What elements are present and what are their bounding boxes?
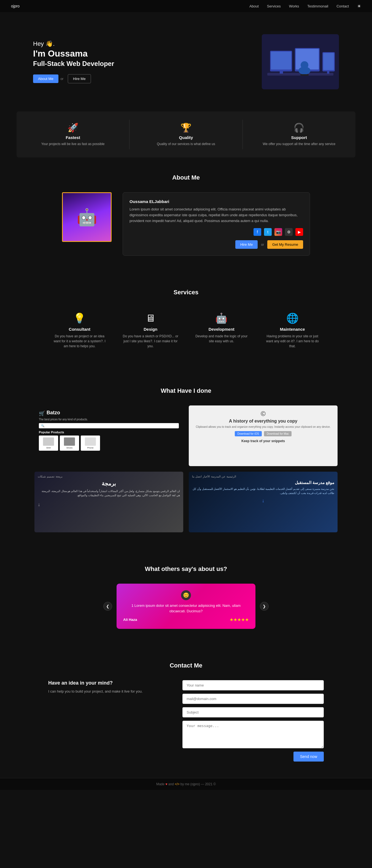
work-arabic-prog[interactable]: برمجةتصميمشبكات برمجة ان العالم الرقمي ي…	[34, 472, 183, 532]
feature-fastest: 🚀 Fastest Your projects will be live as …	[16, 120, 130, 149]
works-grid: 🛒 Batzo The best prices for any kind of …	[34, 405, 338, 532]
about-avatar: 🤖	[63, 193, 111, 241]
about-bio: Lorem ipsum dolor sit amet consectetur a…	[130, 207, 303, 224]
footer-made: Made	[156, 782, 165, 786]
quality-title: Quality	[138, 135, 234, 140]
nav-links: About Services Works Testimmonail Contac…	[249, 4, 361, 9]
contact-section: Contact Me Have an idea in your mind? I …	[0, 645, 372, 778]
facebook-icon[interactable]: f	[253, 228, 261, 236]
svg-rect-10	[327, 71, 329, 74]
testimonials-section: What others say's about us? ❮ 😊 1 Lorem …	[0, 549, 372, 645]
work-batzo[interactable]: 🛒 Batzo The best prices for any kind of …	[34, 405, 183, 466]
email-input[interactable]	[182, 694, 324, 704]
development-desc: Develop and made the logic of your site …	[193, 334, 250, 344]
download-ios-button[interactable]: Download for iOS	[235, 431, 262, 436]
instagram-icon[interactable]: 📷	[274, 228, 282, 236]
contact-headline: Have an idea in your mind?	[48, 680, 166, 686]
svg-point-12	[301, 61, 308, 69]
nav-works[interactable]: Works	[289, 4, 299, 8]
design-icon: 🖥	[122, 312, 179, 324]
nav-testimonials[interactable]: Testimmonail	[307, 4, 328, 8]
footer-by: by me (ojpro) ---	[180, 782, 205, 786]
services-section: Services 💡 Consultant Do you have an pro…	[0, 272, 372, 371]
hero-illustration	[262, 34, 339, 89]
services-title: Services	[22, 289, 350, 296]
hero-greeting: Hey 👋.	[33, 40, 114, 48]
footer-code: </>	[175, 782, 179, 786]
features-strip: 🚀 Fastest Your projects will be live as …	[16, 112, 356, 157]
hero-or: or	[61, 77, 64, 81]
contact-inner: Have an idea in your mind? I can help yo…	[48, 680, 324, 762]
download-mac-button[interactable]: Download for Mac	[264, 431, 292, 436]
hire-me-button[interactable]: Hire Me	[68, 74, 91, 83]
work-clipboard[interactable]: © A history of everything you copy Clipb…	[189, 405, 338, 466]
testimonials-inner: ❮ 😊 1 Lorem ipsum dolor sit amet consect…	[103, 584, 269, 629]
fastest-title: Fastest	[25, 135, 121, 140]
hero-actions: About Me or Hire Me	[33, 74, 114, 83]
send-button[interactable]: Send now	[294, 752, 324, 762]
svg-rect-13	[300, 74, 309, 75]
testimonial-prev-button[interactable]: ❮	[103, 602, 112, 611]
about-section: About Me 🤖 Oussama ELJabbari Lorem ipsum…	[0, 157, 372, 272]
works-title: What Have I done	[22, 387, 350, 395]
clipboard-keep: Keep track of your snippets	[193, 439, 333, 443]
about-me-button[interactable]: About Me	[33, 74, 59, 83]
svg-rect-3	[271, 52, 291, 69]
clipboard-buttons: Download for iOS Download for Mac	[193, 431, 333, 436]
testimonial-card: 😊 1 Lorem ipsum dolor sit amet consectet…	[116, 584, 256, 629]
about-card: Oussama ELJabbari Lorem ipsum dolor sit …	[123, 192, 310, 256]
hire-me-about-button[interactable]: Hire Me	[235, 240, 258, 249]
design-desc: Do you have a sketch or PSD/XD... or jus…	[122, 334, 179, 349]
clipboard-desc: Clipboard allows you to track and organi…	[193, 425, 333, 428]
get-resume-button[interactable]: Get My Resume	[267, 240, 303, 249]
consultant-desc: Do you have an project or an idea want f…	[51, 334, 108, 349]
support-title: Support	[251, 135, 347, 140]
design-name: Design	[122, 327, 179, 332]
footer-and: and	[168, 782, 175, 786]
development-name: Development	[193, 327, 250, 332]
nav-about[interactable]: About	[249, 4, 259, 8]
fastest-desc: Your projects will be live as fast as po…	[25, 142, 121, 147]
footer: Made ♥ and </> by me (ojpro) --- 2021 ©	[0, 778, 372, 790]
testimonial-avatar: 😊	[181, 590, 191, 600]
maintenance-desc: Having problems in your site or just wan…	[264, 334, 321, 349]
hero-section: Hey 👋. I'm Oussama Full-Stack Web Develo…	[0, 12, 372, 112]
service-maintenance: 🌐 Maintenance Having problems in your si…	[261, 307, 324, 354]
contact-title: Contact Me	[22, 662, 350, 669]
nav-logo[interactable]: ojpro	[11, 4, 20, 8]
works-section: What Have I done 🛒 Batzo The best prices…	[0, 371, 372, 549]
service-development: 🤖 Development Develop and made the logic…	[190, 307, 253, 354]
about-name: Oussama ELJabbari	[130, 199, 303, 204]
quality-desc: Quality of our services is what define u…	[138, 142, 234, 147]
footer-year: 2021	[205, 782, 212, 786]
support-desc: We offer you support all the time after …	[251, 142, 347, 147]
youtube-icon[interactable]: ▶	[295, 228, 303, 236]
nav-services[interactable]: Services	[267, 4, 281, 8]
testimonial-next-button[interactable]: ❯	[260, 602, 269, 611]
batzo-search: 🔍	[39, 423, 179, 428]
testimonial-text: 1 Lorem ipsum dolor sit amet consectetur…	[123, 603, 249, 614]
development-icon: 🤖	[193, 312, 250, 324]
twitter-icon[interactable]: t	[264, 228, 272, 236]
testimonial-name: Ali Haza	[123, 618, 137, 622]
theme-toggle[interactable]: ☀	[357, 4, 361, 9]
about-inner: 🤖 Oussama ELJabbari Lorem ipsum dolor si…	[62, 192, 310, 256]
clipboard-title: A history of everything you copy	[193, 419, 333, 424]
svg-rect-9	[323, 53, 334, 70]
work-school[interactable]: الرئيسيةعن المدرسةالأخباراتصل بنا موقع م…	[189, 472, 338, 532]
message-input[interactable]	[182, 721, 324, 748]
batzo-product-3: Phone	[81, 436, 100, 451]
name-input[interactable]	[182, 680, 324, 690]
consultant-name: Consultant	[51, 327, 108, 332]
contact-desc: I can help you to build your project, an…	[48, 689, 166, 694]
subject-input[interactable]	[182, 707, 324, 717]
batzo-product-1: Shirt	[39, 436, 58, 451]
nav-contact[interactable]: Contact	[336, 4, 349, 8]
github-icon[interactable]: ⚙	[285, 228, 293, 236]
about-title: About Me	[22, 174, 350, 181]
about-photo: 🤖	[62, 192, 112, 242]
navbar: ojpro About Services Works Testimmonail …	[0, 0, 372, 12]
feature-quality: 🏆 Quality Quality of our services is wha…	[130, 120, 242, 149]
hero-text: Hey 👋. I'm Oussama Full-Stack Web Develo…	[33, 40, 114, 83]
quality-icon: 🏆	[138, 122, 234, 133]
